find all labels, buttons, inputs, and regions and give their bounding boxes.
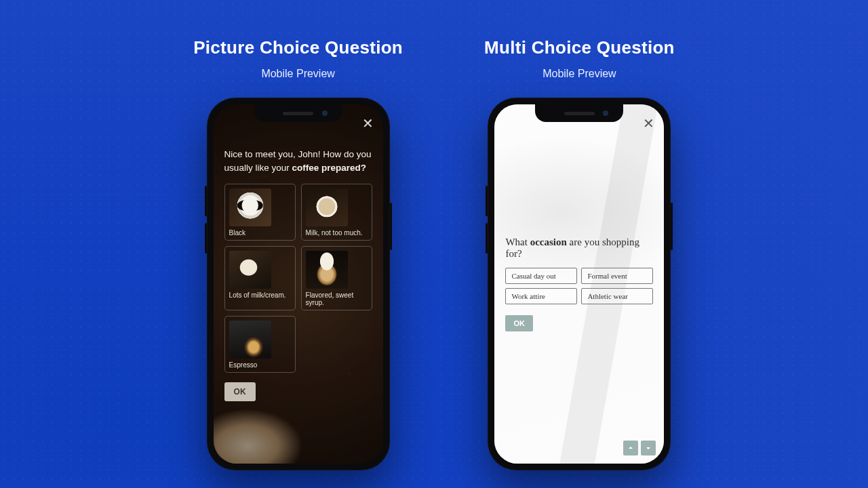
left-column: Picture Choice Question Mobile Preview ✕… <box>193 37 403 470</box>
picture-option-label: Lots of milk/cream. <box>229 291 291 299</box>
picture-option-label: Milk, not too much. <box>306 229 368 237</box>
question-prefix: What <box>505 237 530 247</box>
picture-option-flavored[interactable]: Flavored, sweet syrup. <box>301 246 372 310</box>
option-casual-day-out[interactable]: Casual day out <box>505 268 577 284</box>
chevron-down-icon <box>644 444 652 452</box>
picture-option-espresso[interactable]: Espresso <box>224 316 296 373</box>
option-work-attire[interactable]: Work attire <box>505 288 577 304</box>
multi-options-grid: Casual day out Formal event Work attire … <box>505 268 653 304</box>
coffee-black-icon <box>229 188 271 226</box>
close-icon[interactable]: ✕ <box>643 115 654 131</box>
right-column: Multi Choice Question Mobile Preview ✕ W… <box>484 37 675 470</box>
phone-right: ✕ What occasion are you shopping for? Ca… <box>488 98 671 470</box>
coffee-flavored-icon <box>306 251 348 289</box>
multi-question-text: What occasion are you shopping for? <box>505 237 653 260</box>
question-bold: occasion <box>530 237 567 247</box>
left-title: Picture Choice Question <box>193 37 403 58</box>
picture-option-label: Espresso <box>229 361 291 369</box>
question-bold: coffee prepared? <box>292 163 366 173</box>
right-title: Multi Choice Question <box>484 37 675 58</box>
ok-button[interactable]: OK <box>224 382 256 401</box>
coffee-milk-icon <box>306 188 348 226</box>
picture-option-label: Flavored, sweet syrup. <box>306 291 368 306</box>
right-subtitle: Mobile Preview <box>542 68 616 80</box>
coffee-espresso-icon <box>229 321 271 359</box>
showcase-stage: Picture Choice Question Mobile Preview ✕… <box>0 0 868 470</box>
picture-option-label: Black <box>229 229 291 237</box>
next-button[interactable] <box>641 441 656 455</box>
phone-left-screen: ✕ Nice to meet you, John! How do you usu… <box>214 104 383 464</box>
coffee-cream-icon <box>229 251 271 289</box>
phone-left: ✕ Nice to meet you, John! How do you usu… <box>207 98 390 470</box>
picture-option-milk[interactable]: Milk, not too much. <box>301 184 372 241</box>
phone-right-screen: ✕ What occasion are you shopping for? Ca… <box>494 104 664 464</box>
picture-options-grid: Black Milk, not too much. Lots of milk/c… <box>224 184 372 373</box>
chevron-up-icon <box>627 444 635 452</box>
phone-notch <box>535 104 623 122</box>
close-icon[interactable]: ✕ <box>362 115 374 131</box>
option-formal-event[interactable]: Formal event <box>581 268 653 284</box>
phone-notch <box>254 104 342 122</box>
option-athletic-wear[interactable]: Athletic wear <box>581 288 653 304</box>
nav-arrows <box>623 441 656 455</box>
prev-button[interactable] <box>623 441 638 455</box>
ok-button[interactable]: OK <box>505 315 533 331</box>
picture-option-black[interactable]: Black <box>224 184 296 241</box>
picture-option-lots-milk[interactable]: Lots of milk/cream. <box>224 246 296 310</box>
picture-question-text: Nice to meet you, John! How do you usual… <box>224 148 372 174</box>
left-subtitle: Mobile Preview <box>261 68 334 80</box>
